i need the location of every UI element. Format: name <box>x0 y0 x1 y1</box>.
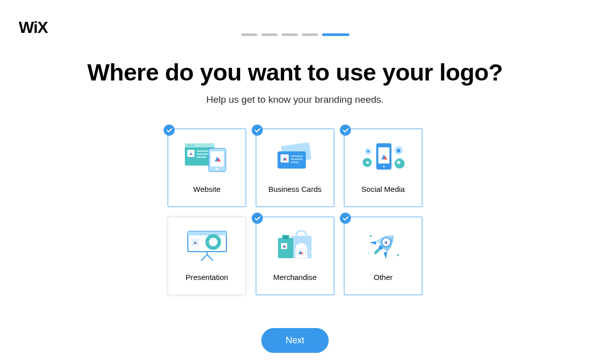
next-button[interactable]: Next <box>261 328 329 353</box>
check-icon <box>252 125 263 136</box>
rocket-icon <box>358 227 409 263</box>
svg-rect-36 <box>283 236 288 239</box>
svg-point-41 <box>370 235 372 237</box>
svg-point-4 <box>192 145 193 146</box>
svg-line-32 <box>201 255 207 261</box>
website-icon <box>182 139 232 175</box>
option-card-other[interactable]: Other <box>344 217 422 295</box>
svg-point-2 <box>187 145 188 146</box>
svg-rect-15 <box>291 155 303 157</box>
progress-bar <box>0 0 590 36</box>
option-card-business-cards[interactable]: Business Cards <box>256 129 334 207</box>
wix-logo: WiX <box>19 18 48 37</box>
option-card-website[interactable]: Website <box>168 129 246 207</box>
check-icon <box>252 213 263 224</box>
svg-line-33 <box>207 255 213 261</box>
card-label: Merchandise <box>273 273 317 281</box>
svg-point-11 <box>216 168 218 170</box>
page-title: Where do you want to use your logo? <box>0 58 590 86</box>
presentation-icon <box>182 227 232 263</box>
svg-rect-1 <box>185 143 214 147</box>
svg-point-25 <box>383 166 385 168</box>
svg-point-40 <box>373 248 380 255</box>
svg-rect-27 <box>188 231 226 235</box>
business-cards-icon <box>270 139 321 175</box>
svg-point-19 <box>367 150 369 153</box>
progress-step-2 <box>261 33 278 36</box>
progress-step-3 <box>282 33 298 36</box>
check-icon <box>164 125 175 136</box>
option-card-presentation[interactable]: Presentation <box>168 217 246 295</box>
card-label: Website <box>193 185 221 193</box>
check-icon <box>340 125 351 136</box>
card-label: Social Media <box>362 185 405 193</box>
svg-point-3 <box>189 145 191 146</box>
progress-step-5 <box>322 33 349 36</box>
check-icon <box>340 213 351 224</box>
svg-rect-8 <box>196 156 207 158</box>
progress-step-4 <box>302 33 318 36</box>
option-card-merchandise[interactable]: Merchandise <box>256 217 334 295</box>
progress-step-1 <box>241 33 257 36</box>
svg-point-30 <box>211 240 215 244</box>
card-label: Presentation <box>185 273 228 281</box>
card-label: Business Cards <box>268 185 322 193</box>
svg-point-42 <box>397 254 399 256</box>
options-grid: Website Business Cards <box>0 129 590 295</box>
svg-rect-17 <box>291 161 299 163</box>
option-card-social-media[interactable]: Social Media <box>344 129 422 207</box>
svg-rect-16 <box>291 158 303 160</box>
social-media-icon <box>358 139 409 175</box>
svg-point-43 <box>368 253 369 254</box>
merchandise-icon <box>270 227 321 263</box>
card-label: Other <box>374 273 393 281</box>
page-subtitle: Help us get to know your branding needs. <box>0 94 590 105</box>
